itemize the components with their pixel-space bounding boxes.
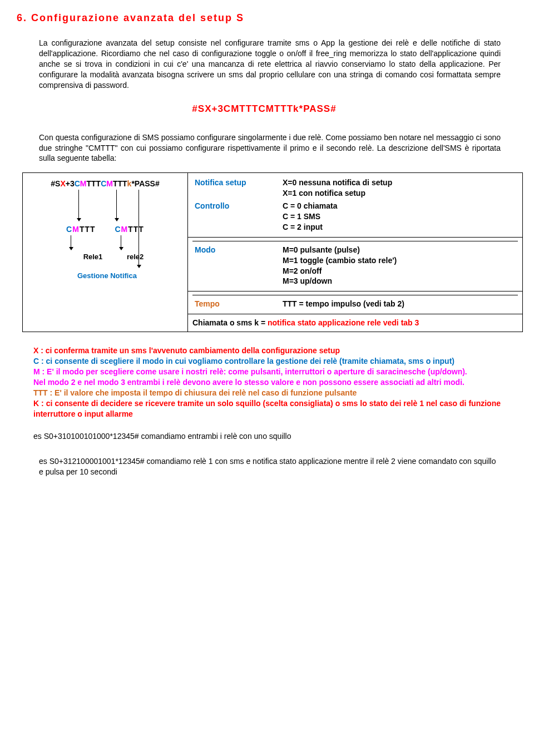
config-table: #SX+3CMTTTCMTTTk*PASS# CMTTT CMTTT Rele1… [22, 172, 523, 332]
controllo-label: Controllo [192, 200, 280, 234]
command-string: #SX+3CMTTTCMTTTk*PASS# [17, 103, 512, 116]
example-2: es S0+312100001001*12345# comandiamo rel… [39, 456, 501, 477]
modo-label: Modo [192, 241, 280, 288]
example-1: es S0+310100101000*12345# comandiamo ent… [33, 431, 501, 442]
diagram-rele-row: Rele1 rele2 [27, 252, 183, 262]
sms-diagram: #SX+3CMTTTCMTTTk*PASS# CMTTT CMTTT Rele1… [27, 176, 183, 304]
notifica-value: X=0 nessuna notifica di setup X=1 con no… [280, 176, 518, 200]
legend-block: X : ci conferma tramite un sms l'avvenut… [33, 345, 501, 419]
section-title: 6. Configurazione avanzata del setup S [17, 11, 512, 24]
controllo-value: C = 0 chiamata C = 1 SMS C = 2 input [280, 200, 518, 234]
tempo-label: Tempo [192, 295, 280, 310]
chiamata-row: Chiamata o sms k = notifica stato applic… [188, 314, 523, 332]
diagram-top-string: #SX+3CMTTTCMTTTk*PASS# [27, 179, 183, 189]
notifica-label: Notifica setup [192, 176, 280, 200]
after-paragraph: Con questa configurazione di SMS possiam… [39, 132, 501, 164]
modo-value: M=0 pulsante (pulse) M=1 toggle (cambio … [280, 241, 518, 288]
intro-paragraph: La configurazione avanzata del setup con… [39, 38, 501, 90]
diagram-cmttt-row: CMTTT CMTTT [27, 224, 183, 235]
diagram-gestione-label: Gestione Notifica [77, 271, 137, 281]
tempo-value: TTT = tempo impulso (vedi tab 2) [280, 295, 518, 310]
